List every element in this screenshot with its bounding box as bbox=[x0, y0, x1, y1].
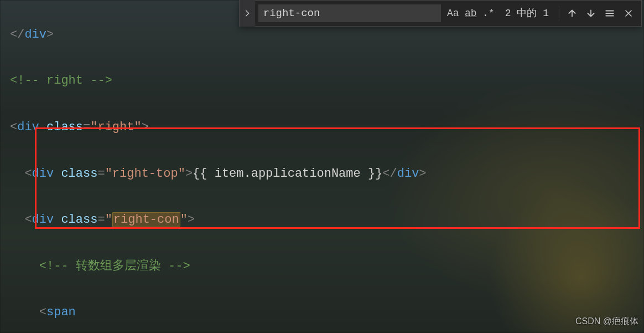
arrow-down-icon bbox=[586, 8, 596, 18]
match-case-toggle[interactable]: Aa bbox=[445, 5, 461, 22]
code-line[interactable]: <div class="right-top">{{ item.applicati… bbox=[10, 162, 644, 186]
code-line[interactable]: <!-- right --> bbox=[10, 69, 644, 93]
find-separator bbox=[559, 6, 559, 21]
find-close-button[interactable] bbox=[619, 4, 638, 23]
watermark-text: CSDN @疤痕体 bbox=[575, 313, 638, 330]
code-line[interactable]: <div class="right"> bbox=[10, 116, 644, 139]
find-widget: Aa ab .* 2 中的 1 bbox=[239, 0, 642, 27]
code-line[interactable]: </div> bbox=[10, 23, 644, 47]
find-input[interactable] bbox=[258, 4, 441, 22]
match-whole-word-toggle[interactable]: ab bbox=[463, 5, 479, 22]
find-in-selection-button[interactable] bbox=[600, 4, 619, 23]
find-previous-button[interactable] bbox=[563, 4, 581, 23]
selection-icon bbox=[605, 8, 615, 18]
close-icon bbox=[624, 9, 633, 18]
find-match-count: 2 中的 1 bbox=[505, 4, 549, 23]
find-next-button[interactable] bbox=[581, 4, 600, 23]
search-match: right-con bbox=[112, 212, 180, 227]
code-line[interactable]: <span bbox=[10, 301, 644, 324]
chevron-right-icon bbox=[243, 9, 251, 17]
find-replace-toggle[interactable] bbox=[240, 0, 255, 27]
regex-toggle[interactable]: .* bbox=[480, 5, 497, 22]
code-editor[interactable]: </div> <!-- right --> <div class="right"… bbox=[0, 0, 644, 333]
code-line[interactable]: <!-- 转数组多层渲染 --> bbox=[10, 255, 644, 278]
arrow-up-icon bbox=[567, 8, 577, 18]
code-line[interactable]: <div class="right-con"> bbox=[10, 208, 644, 232]
